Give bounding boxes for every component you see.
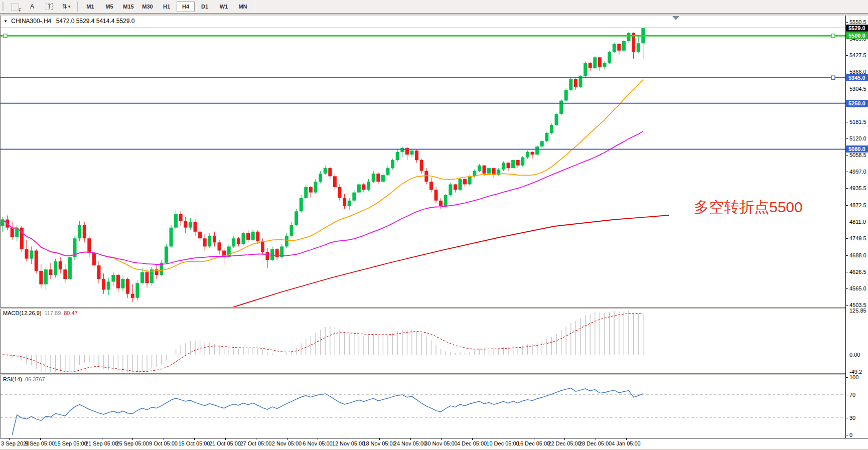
text-tool-icon: T [46,3,53,10]
objects-tool-button[interactable]: ⇅ ▾ [58,1,74,12]
rsi-value: 86.3767 [25,376,45,382]
dotted-box-icon: F [12,3,19,11]
date-tick-mark [164,438,164,440]
rsi-axis-label: 70 [849,392,855,398]
timeframe-button-m30[interactable]: M30 [138,1,157,12]
date-tick-mark [71,438,71,440]
price-tick-label: 5304.5 [849,86,866,92]
toolbar-grip[interactable] [2,2,5,11]
date-tick-mark [287,438,287,440]
rsi-indicator-pane[interactable]: RSI(14)86.3767 [0,375,846,438]
price-tick-label: 4749.5 [849,235,866,241]
timeframe-button-m15[interactable]: M15 [119,1,137,12]
macd-histogram [3,311,643,372]
price-tick-mark [846,72,848,72]
date-tick-mark [596,438,596,440]
date-tick-label: 2 Nov 05:00 [272,440,302,446]
candlestick-chart[interactable] [1,16,845,307]
date-tick-label: 6 Nov 05:00 [303,440,332,446]
timeframe-button-w1[interactable]: W1 [215,1,233,12]
price-tick-mark [846,255,848,256]
price-tick-label: 5120.0 [849,135,866,141]
date-tick-mark [441,438,442,440]
ma-mid-line [3,131,643,264]
price-tick-label: 4811.0 [849,219,866,225]
rsi-label: RSI(14)86.3767 [3,376,45,382]
price-badge-5080.0: 5080.0 [846,145,868,153]
date-axis[interactable]: 3 Sep 20209 Sep 05:0015 Sep 05:0021 Sep … [0,438,868,449]
price-chart-pane[interactable]: ▼ CHINA300-,H4 5472.0 5529.4 5414.4 5529… [0,16,846,307]
price-tick-label: 4935.5 [849,185,866,191]
date-tick-mark [534,438,534,440]
price-tick-label: 4872.5 [849,202,866,208]
chart-symbol-period: CHINA300-,H4 [11,18,51,25]
ma-fast-line [3,80,643,271]
price-tick-mark [846,188,848,189]
line-handle[interactable] [831,34,835,38]
candlestick-series [1,28,645,302]
date-tick-mark [626,438,627,440]
rsi-tick-mark [846,418,848,418]
price-tick-mark [846,155,848,156]
price-tick-mark [846,272,848,272]
text-tool-button[interactable]: T [41,1,57,12]
price-tick-mark [846,122,848,122]
timeframe-button-d1[interactable]: D1 [196,1,214,12]
price-tick-mark [846,89,848,89]
rsi-axis-label: 0 [849,432,852,438]
macd-signal-value: 80.47 [64,310,78,316]
timeframe-button-mn[interactable]: MN [234,1,252,12]
date-tick-mark [40,438,41,440]
price-tick-mark [846,305,848,306]
line-handle[interactable] [4,34,7,38]
toolbar: F A T ⇅ ▾ M1M5M15M30H1H4D1W1MN [0,0,868,14]
toolbar-separator [255,2,256,12]
rsi-chart [1,375,845,438]
date-tick-mark [318,438,318,440]
date-tick-label: 22 Dec 05:00 [548,440,581,446]
date-tick-mark [564,438,565,440]
date-tick-mark [379,438,380,440]
date-tick-label: 12 Nov 05:00 [332,440,365,446]
price-tick-label: 4688.0 [849,252,866,258]
rsi-axis-label: 30 [849,415,855,421]
swap-arrows-icon: ⇅ [62,3,67,10]
macd-main-value: 117.89 [44,310,61,316]
toolbar-separator [77,2,78,12]
a-tool-button[interactable]: A [24,1,40,12]
price-tick-label: 4997.0 [849,169,866,175]
line-handle[interactable] [831,76,835,79]
macd-indicator-pane[interactable]: MACD(12,26,9)117.8980.47 [0,309,846,373]
date-tick-mark [472,438,473,440]
chart-shift-marker-icon[interactable] [672,16,679,20]
timeframe-button-h4[interactable]: H4 [177,1,195,12]
date-tick-label: 9 Oct 05:00 [149,440,178,446]
date-tick-label: 15 Sep 05:00 [54,440,87,446]
price-tick-label: 4565.0 [849,285,866,291]
price-axis[interactable]: 5550.55489.05427.55366.05304.55243.05181… [845,16,868,438]
chart-title: ▼ CHINA300-,H4 5472.0 5529.4 5414.4 5529… [4,18,134,25]
f-tool-button[interactable]: F [7,1,23,12]
macd-axis-label: 0.00 [849,352,860,358]
price-tick-label: 5427.5 [849,52,866,58]
timeframe-button-h1[interactable]: H1 [158,1,176,12]
rsi-tick-mark [846,395,848,395]
text-annotation[interactable]: 多空转折点5500 [694,197,803,218]
price-badge-5250.0: 5250.0 [846,100,868,107]
price-tick-label: 4626.5 [849,269,866,275]
timeframe-button-m1[interactable]: M1 [81,1,99,12]
date-tick-label: 15 Oct 05:00 [179,440,210,446]
date-tick-mark [102,438,102,440]
macd-chart [1,309,845,373]
chart-window: ▼ CHINA300-,H4 5472.0 5529.4 5414.4 5529… [0,14,868,448]
rsi-line [12,388,643,435]
price-tick-mark [846,172,848,172]
date-tick-label: 4 Jan 05:00 [612,440,641,446]
timeframe-button-m5[interactable]: M5 [100,1,118,12]
date-tick-label: 24 Nov 05:00 [394,440,426,446]
price-tick-label: 5058.5 [849,152,866,158]
date-tick-mark [503,438,503,440]
date-tick-label: 30 Nov 05:00 [424,440,457,446]
price-tick-mark [846,205,848,206]
price-tick-mark [846,22,848,23]
